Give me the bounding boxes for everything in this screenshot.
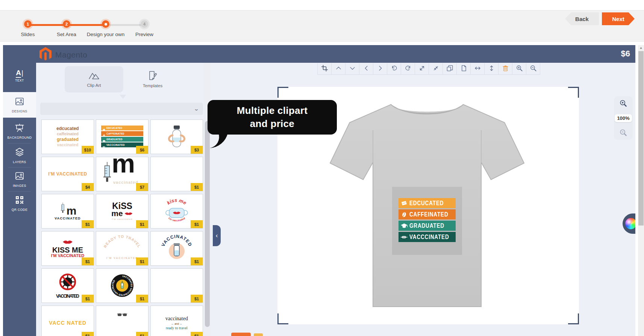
sidebar-divider [8, 143, 31, 144]
clipart-tile[interactable]: $1 [96, 306, 148, 336]
price-badge: $1 [82, 332, 94, 336]
panel-collapse-button[interactable]: ‹ [213, 225, 221, 246]
clipart-tile[interactable]: VACCINATED$1 [150, 231, 203, 266]
zoom-in-button[interactable] [619, 99, 627, 107]
zoom-out-button[interactable] [619, 129, 627, 137]
svg-text:I'M VACCINATED: I'M VACCINATED [106, 257, 138, 259]
color-picker-button[interactable] [623, 213, 635, 234]
clipart-tile[interactable]: EDCUCATEDCAFFEINATEDGRADUATEDVACCCINATED… [96, 120, 148, 154]
price-badge: $1 [82, 295, 94, 303]
clipart-tile[interactable]: vaccinated↔ and ↔ready to travel$1 [150, 306, 203, 336]
product-designer-screen: 1Slides2Set AreaDesign your own4Preview … [0, 0, 644, 336]
clipart-tile[interactable]: READY TO TRAVELI'M VACCINATED$1 [96, 231, 148, 266]
clipart-tile[interactable]: VACC NATED$1 [41, 306, 94, 336]
expand-icon [418, 65, 426, 73]
move-right-icon [377, 65, 384, 73]
step-label: Slides [7, 32, 48, 38]
object-toolbar [317, 63, 540, 75]
flip-horizontal-button[interactable] [470, 63, 484, 74]
clipart-tile[interactable]: $1 [150, 268, 203, 303]
clipart-tile[interactable]: $1 [150, 157, 203, 191]
clipart-tile[interactable]: $3 [150, 120, 203, 154]
sidebar-item-images[interactable]: IMAGES [3, 168, 36, 191]
design-stripe: GRADUATED [399, 221, 456, 231]
flip-vertical-button[interactable] [484, 63, 498, 74]
window-scrollbar-thumb[interactable] [638, 51, 644, 226]
canvas-corner-bracket [568, 87, 579, 98]
flip-button[interactable] [456, 63, 470, 74]
move-right-button[interactable] [373, 63, 387, 74]
tooltip-line2: and price [250, 117, 294, 130]
design-stripe-text: EDCUCATED [409, 200, 444, 207]
chevron-left-icon: ‹ [216, 232, 218, 239]
tab-notch [120, 95, 126, 99]
crop-icon [321, 65, 328, 73]
clipart-category-select[interactable]: ⌄ [40, 103, 203, 115]
delete-button[interactable] [498, 63, 512, 74]
window-scrollbar[interactable]: ▲ [638, 45, 644, 336]
wizard-topbar: 1Slides2Set AreaDesign your own4Preview … [0, 10, 644, 42]
panel-scrollbar-thumb[interactable] [205, 121, 210, 327]
svg-text:kiss me: kiss me [166, 197, 188, 206]
step-circle-preview[interactable]: 4 [141, 20, 148, 28]
tooltip-bubble: Multiple clipart and price [208, 100, 337, 135]
zoom-in-button[interactable] [512, 63, 526, 74]
price-badge: $1 [191, 332, 203, 336]
sidebar-item-designs[interactable]: DESIGNS [3, 92, 36, 118]
stepper-connector [106, 24, 144, 26]
clipart-image: vaccinated↔ and ↔ready to travel [151, 306, 203, 336]
rotate-left-button[interactable] [387, 63, 401, 74]
move-up-button[interactable] [331, 63, 345, 74]
price-badge: $1 [82, 220, 94, 228]
stepper-connector [28, 24, 67, 26]
next-button[interactable]: Next [602, 12, 635, 25]
sidebar-item-text[interactable]: A|TEXT [3, 64, 36, 87]
sidebar-item-qr-code[interactable]: QR CODE [3, 192, 36, 215]
tab-templates[interactable]: Templates [123, 66, 182, 92]
scroll-up-icon[interactable]: ▲ [638, 46, 644, 50]
clipart-tile[interactable]: mVACCINATED$1 [41, 194, 94, 229]
shrink-button[interactable] [429, 63, 442, 74]
sidebar-divider [8, 191, 31, 192]
brand-name: Magento [55, 50, 87, 59]
price-badge: $1 [136, 257, 148, 265]
bottom-partial-element [254, 333, 263, 336]
rotate-right-button[interactable] [401, 63, 415, 74]
move-down-button[interactable] [345, 63, 359, 74]
tooltip-line1: Multiple clipart [237, 104, 308, 117]
sidebar-item-background[interactable]: BACKGROUND [3, 120, 36, 142]
price-badge: $1 [82, 257, 94, 265]
clipart-tile[interactable]: KiSSmeI'm vaccinated$1 [96, 194, 148, 229]
clipart-tile[interactable]: KISS MEI'M VACCINATED$1 [41, 231, 94, 266]
crop-button[interactable] [317, 63, 331, 74]
price-badge: $10 [82, 146, 94, 154]
app-header: Magento $6 [3, 45, 635, 63]
tab-clip-art[interactable]: Clip Art [65, 66, 123, 92]
delete-icon [502, 65, 509, 73]
design-stripe: VACCCINATED [399, 232, 456, 242]
expand-button[interactable] [415, 63, 429, 74]
bottom-partial-element [231, 333, 251, 336]
step-circle-set-area[interactable]: 2 [63, 20, 70, 28]
back-button[interactable]: Back [565, 12, 599, 25]
clipart-tile[interactable]: VACCINATED VACCINATED VACCINATED$1 [96, 268, 148, 303]
shirt-design[interactable]: EDCUCATEDCAFFEINATEDGRADUATEDVACCCINATED [399, 198, 456, 243]
price-badge: $3 [191, 146, 203, 154]
sidebar-item-layers[interactable]: LAYERS [3, 144, 36, 166]
zoom-in-icon [516, 65, 523, 73]
clipart-tile[interactable]: I'M VACCINATED$4 [41, 157, 94, 191]
flip-icon [460, 65, 467, 73]
book-icon [400, 200, 408, 207]
step-circle-slides[interactable]: 1 [24, 20, 32, 28]
layers-icon [15, 147, 24, 158]
clipart-tile[interactable]: mvaccinated$7 [96, 157, 148, 191]
background-icon [15, 123, 24, 134]
zoom-out-button[interactable] [526, 63, 540, 74]
clipart-tile[interactable]: kiss meI'm vaccinated$1 [150, 194, 203, 229]
clipart-tile[interactable]: edcucatedcaffeinatedgraduatedvaccinated$… [41, 120, 94, 154]
move-left-button[interactable] [359, 63, 373, 74]
design-stripe-text: VACCCINATED [409, 233, 449, 241]
duplicate-button[interactable] [442, 63, 456, 74]
step-circle-design-your-own[interactable] [102, 20, 109, 28]
clipart-tile[interactable]: VACCINATED$1 [41, 268, 94, 303]
